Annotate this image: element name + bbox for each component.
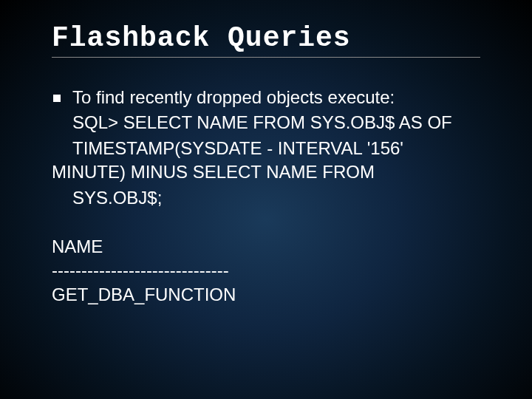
result-value: GET_DBA_FUNCTION (52, 283, 480, 307)
bullet-text: To find recently dropped objects execute… (72, 86, 395, 109)
sql-line-3: MINUTE) MINUS SELECT NAME FROM (52, 160, 480, 184)
title-underline (52, 57, 480, 58)
square-bullet-icon (53, 95, 61, 102)
sql-line-1: SQL> SELECT NAME FROM SYS.OBJ$ AS OF (72, 111, 480, 134)
bullet-item: To find recently dropped objects execute… (52, 86, 480, 109)
slide-body: To find recently dropped objects execute… (52, 86, 480, 307)
result-divider: ------------------------------ (52, 259, 480, 282)
result-header: NAME (52, 235, 480, 259)
slide-title: Flashback Queries (52, 22, 480, 54)
slide: Flashback Queries To find recently dropp… (0, 0, 532, 399)
sql-line-4: SYS.OBJ$; (72, 186, 480, 210)
sql-line-2: TIMESTAMP(SYSDATE - INTERVAL '156' (72, 137, 480, 160)
spacer (52, 210, 480, 235)
